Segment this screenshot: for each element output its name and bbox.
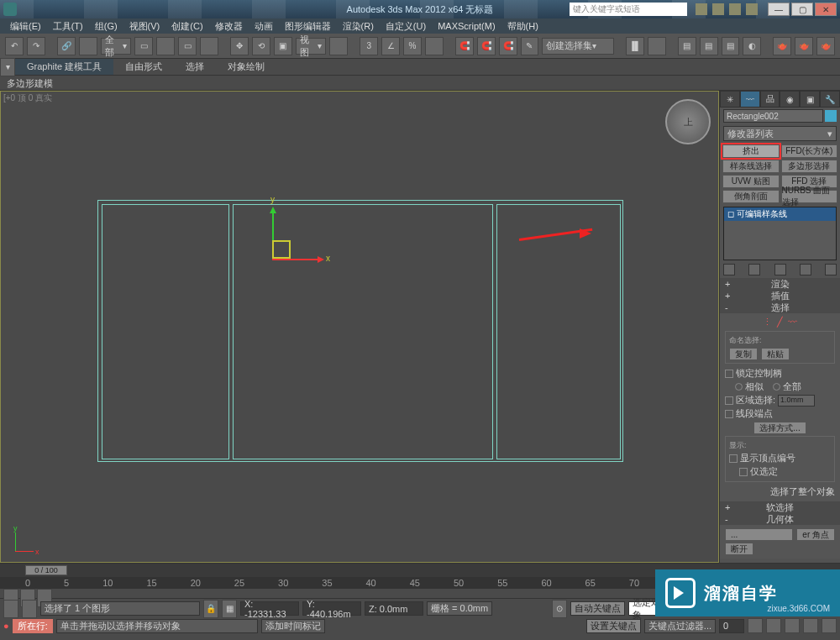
key-filters-button[interactable]: 关键点过滤器...	[644, 619, 716, 633]
select-button[interactable]: ▭	[134, 37, 153, 55]
move-button[interactable]: ✥	[230, 37, 249, 55]
menu-animation[interactable]: 动画	[249, 20, 278, 33]
gizmo-x-axis[interactable]	[272, 259, 323, 260]
gizmo-xy-plane[interactable]	[272, 240, 291, 259]
z-coord-input[interactable]: Z: 0.0mm	[365, 601, 423, 616]
hierarchy-tab[interactable]: 品	[760, 91, 780, 108]
snap-button[interactable]: 3	[360, 37, 378, 55]
status-icon[interactable]	[22, 600, 37, 618]
percent-snap-button[interactable]: %	[403, 37, 422, 55]
time-tag-text[interactable]: 添加时间标记	[261, 619, 325, 633]
select-name-button[interactable]	[156, 37, 175, 55]
title-icon[interactable]	[712, 3, 724, 15]
segment-end-checkbox[interactable]	[725, 410, 733, 418]
redo-button[interactable]: ↷	[27, 37, 45, 55]
isolate-button[interactable]: ⊙	[552, 600, 567, 618]
scene-rectangle[interactable]	[102, 204, 229, 459]
modifier-button-nurbs[interactable]: NURBS 曲面选择	[781, 190, 838, 203]
link-button[interactable]: 🔗	[57, 37, 76, 55]
pivot-button[interactable]	[329, 37, 348, 55]
select-region-button[interactable]: ▭	[178, 37, 197, 55]
modifier-stack[interactable]: ◻ 可编辑样条线	[723, 207, 837, 260]
ribbon-tab-freeform[interactable]: 自由形式	[113, 59, 174, 75]
menu-modifiers[interactable]: 修改器	[210, 20, 248, 33]
curve-editor-button[interactable]: ▤	[700, 37, 718, 55]
zoom-all-button[interactable]	[785, 618, 800, 633]
viewport-label[interactable]: [+0 顶 0 真实	[3, 92, 52, 104]
maximize-button[interactable]: ▢	[791, 3, 813, 16]
render-button[interactable]: 🫖	[816, 37, 835, 55]
ribbon-tab-objectpaint[interactable]: 对象绘制	[216, 59, 276, 75]
help-search-input[interactable]: 键入关键字或短语	[570, 3, 687, 16]
render-setup-button[interactable]: 🫖	[773, 37, 791, 55]
modifier-button-polysel[interactable]: 多边形选择	[781, 160, 838, 173]
menu-maxscript[interactable]: MAXScript(M)	[433, 21, 500, 31]
ribbon-panel-label[interactable]: 多边形建模	[0, 76, 840, 91]
app-icon[interactable]	[3, 3, 17, 16]
time-config-button[interactable]	[748, 618, 763, 633]
subobj-vertex-icon[interactable]: ⋮	[763, 317, 772, 328]
close-button[interactable]: ✕	[815, 3, 837, 16]
menu-customize[interactable]: 自定义(U)	[381, 20, 431, 33]
mirror-button[interactable]: ▐▌	[626, 37, 644, 55]
scene-rectangle[interactable]	[496, 204, 621, 459]
area-select-spinner[interactable]: 1.0mm	[778, 395, 815, 407]
only-selected-checkbox[interactable]	[739, 468, 748, 476]
viewport[interactable]: [+0 顶 0 真实 上 y x y x	[0, 91, 719, 563]
modifier-button-extrude[interactable]: 挤出	[722, 144, 780, 158]
modifier-list-dropdown[interactable]: 修改器列表▾	[723, 126, 837, 141]
menu-view[interactable]: 视图(V)	[124, 20, 165, 33]
lock-handles-checkbox[interactable]	[725, 370, 733, 378]
selection-filter-dropdown[interactable]: 全部 ▾	[101, 38, 132, 55]
snap-toggle[interactable]: 🧲	[455, 37, 474, 55]
select-by-button[interactable]: 选择方式...	[753, 422, 806, 434]
similar-radio[interactable]	[735, 383, 743, 391]
stack-item-editable-spline[interactable]: ◻ 可编辑样条线	[724, 207, 836, 221]
object-color-swatch[interactable]	[825, 110, 837, 122]
create-tab[interactable]: ✳	[720, 91, 740, 108]
menu-edit[interactable]: 编辑(E)	[5, 20, 46, 33]
undo-button[interactable]: ↶	[5, 37, 24, 55]
show-vertex-num-checkbox[interactable]	[729, 454, 738, 463]
edit-named-sel[interactable]: ✎	[521, 37, 539, 55]
modify-tab[interactable]: 〰	[740, 91, 760, 108]
object-name-input[interactable]: Rectangle002	[723, 109, 823, 123]
snap-toggle[interactable]: 🧲	[499, 37, 517, 55]
modifier-button-bevel[interactable]: 倒角剖面	[722, 190, 780, 203]
modifier-button-ffd[interactable]: FFD(长方体)	[781, 144, 838, 158]
copy-button[interactable]: 复制	[729, 348, 758, 360]
new-vertex-button[interactable]: ...	[725, 528, 793, 541]
ref-coord-dropdown[interactable]: 视图 ▾	[296, 38, 327, 55]
menu-tools[interactable]: 工具(T)	[48, 20, 88, 33]
rollout-softsel[interactable]: +软选择	[720, 501, 840, 513]
align-button[interactable]	[648, 37, 666, 55]
spinner-snap-button[interactable]	[425, 37, 444, 55]
transform-type-button[interactable]: ▦	[222, 600, 237, 618]
pin-stack-button[interactable]	[723, 264, 735, 275]
vertex-type-dropdown[interactable]: er 角点	[796, 528, 835, 541]
make-unique-button[interactable]	[774, 264, 786, 275]
scene-rectangle-outer[interactable]	[97, 200, 623, 462]
modifier-button-uvw[interactable]: UVW 贴图	[722, 175, 780, 188]
show-end-result-button[interactable]	[748, 264, 760, 275]
rollout-interpolation[interactable]: +插值	[720, 290, 840, 302]
y-coord-input[interactable]: Y: -440.196m	[302, 601, 361, 616]
subobj-spline-icon[interactable]: 〰	[788, 317, 797, 328]
menu-rendering[interactable]: 渲染(R)	[338, 20, 379, 33]
title-icon[interactable]	[696, 3, 707, 15]
subobj-segment-icon[interactable]: ╱	[777, 317, 783, 328]
rollout-render[interactable]: +渲染	[720, 278, 840, 290]
zoom-button[interactable]	[766, 618, 781, 633]
motion-tab[interactable]: ◉	[780, 91, 800, 108]
minimize-button[interactable]: —	[768, 3, 790, 16]
setkey-button[interactable]: 设置关键点	[586, 619, 641, 633]
material-editor-button[interactable]: ◐	[743, 37, 761, 55]
menu-grapheditors[interactable]: 图形编辑器	[280, 20, 336, 33]
snap-toggle[interactable]: 🧲	[477, 37, 496, 55]
rotate-button[interactable]: ⟲	[252, 37, 270, 55]
modifier-button-splinesel[interactable]: 样条线选择	[722, 160, 780, 173]
maxscript-prompt[interactable]: 所在行:	[13, 619, 53, 633]
status-icon[interactable]	[3, 600, 18, 618]
rollout-selection[interactable]: -选择	[720, 302, 840, 313]
menu-create[interactable]: 创建(C)	[166, 20, 207, 33]
